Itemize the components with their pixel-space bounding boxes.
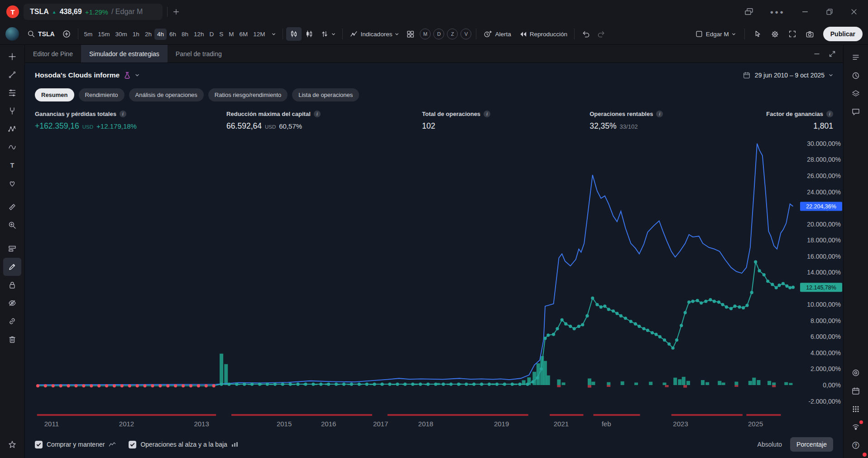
apps-button[interactable] (847, 400, 865, 418)
expand-panel-button[interactable] (829, 50, 836, 58)
timeframe-30m[interactable]: 30m (113, 29, 130, 40)
alerts-panel-button[interactable] (847, 67, 865, 85)
hide-drawings-button[interactable] (3, 294, 21, 312)
chart-tab[interactable]: TSLA ▲ 438,69 +1.29% / Edgar M (24, 4, 163, 20)
settings-button[interactable] (767, 27, 783, 41)
timeframe-1h[interactable]: 1h (130, 29, 142, 40)
timeframe-6h[interactable]: 6h (167, 29, 179, 40)
report-tab-lista[interactable]: Lista de operaciones (292, 88, 359, 101)
tradingview-logo[interactable]: T (6, 5, 19, 18)
fib-retracement-tool-button[interactable] (3, 84, 21, 102)
chart-style-menu-button[interactable] (317, 27, 339, 41)
timeframe-4h[interactable]: 4h (154, 29, 167, 40)
tab-strategy-tester[interactable]: Simulador de estrategias (81, 45, 168, 63)
report-tab-resumen[interactable]: Resumen (35, 88, 74, 101)
layout-preset-m-button[interactable]: M (420, 29, 431, 39)
info-icon[interactable]: i (120, 111, 126, 117)
publish-button[interactable]: Publicar (823, 27, 863, 41)
undo-button[interactable] (578, 27, 594, 41)
tab-trading-panel[interactable]: Panel de trading (168, 45, 230, 63)
add-symbol-button[interactable] (58, 27, 75, 41)
report-tab-analisis[interactable]: Análisis de operaciones (129, 88, 204, 101)
percent-mode-button[interactable]: Porcentaje (790, 437, 833, 452)
layout-preset-d-button[interactable]: D (433, 29, 444, 39)
layout-grid-button[interactable] (403, 27, 418, 41)
measure-tool-button[interactable] (3, 198, 21, 216)
info-icon[interactable]: i (826, 111, 833, 117)
trendline-tool-button[interactable] (3, 66, 21, 84)
wave-tool-button[interactable] (3, 138, 21, 156)
notification-dot (863, 453, 867, 457)
fullscreen-button[interactable] (785, 27, 800, 41)
window-menu-dots[interactable]: ●●● (770, 9, 785, 15)
watchlist-button[interactable] (847, 48, 865, 67)
timeframe-menu-button[interactable] (268, 29, 279, 39)
buy-hold-label: Comprar y mantener (47, 441, 105, 448)
brush-tool-button[interactable] (3, 258, 21, 276)
timeframe-D[interactable]: D (207, 29, 217, 40)
timeframe-2h[interactable]: 2h (142, 29, 154, 40)
timeframe-M[interactable]: M (226, 29, 236, 40)
info-icon[interactable]: i (484, 111, 490, 117)
report-tab-ratios[interactable]: Ratios riesgo/rendimiento (208, 88, 288, 101)
new-tab-button[interactable] (172, 8, 180, 16)
replay-button[interactable]: Reproducción (515, 27, 571, 41)
top-toolbar: TSLA 5m 15m 30m 1h 2h 4h 6h 8h 12h D S M… (0, 24, 868, 45)
metric-sub: 60,57% (279, 122, 302, 130)
screens-icon[interactable] (744, 7, 753, 16)
tab-pine-editor[interactable]: Editor de Pine (25, 45, 81, 63)
equity-chart-svg[interactable]: 201120122013201520162017201820192021feb2… (25, 132, 843, 431)
calendar-panel-button[interactable] (847, 382, 865, 400)
pattern-tool-button[interactable] (3, 120, 21, 138)
quick-actions-button[interactable] (750, 27, 765, 41)
remove-drawings-button[interactable] (3, 330, 21, 348)
metric-unit: USD (82, 124, 93, 130)
help-button[interactable]: ? (847, 436, 865, 454)
snapshot-button[interactable] (802, 27, 818, 41)
chart-type-candles-button[interactable] (286, 27, 302, 41)
minimize-window-icon[interactable] (801, 8, 809, 16)
link-drawings-button[interactable] (3, 312, 21, 330)
timeframe-12h[interactable]: 12h (191, 29, 207, 40)
chart-type-alt-button[interactable] (302, 27, 317, 41)
timeframe-S[interactable]: S (216, 29, 226, 40)
report-tab-rendimiento[interactable]: Rendimiento (79, 88, 125, 101)
info-icon[interactable]: i (656, 111, 663, 117)
layout-preset-z-button[interactable]: Z (447, 29, 458, 39)
zoom-in-tool-button[interactable] (3, 216, 21, 234)
timeframe-5m[interactable]: 5m (82, 29, 96, 40)
timeframe-15m[interactable]: 15m (95, 29, 112, 40)
position-tool-button[interactable] (3, 240, 21, 258)
timeframe-8h[interactable]: 8h (179, 29, 191, 40)
chat-panel-button[interactable] (847, 103, 865, 121)
alert-button[interactable]: Alerta (480, 27, 514, 41)
date-range-selector[interactable]: 29 jun 2010 – 9 oct 2025 (743, 71, 833, 79)
metric-net-profit: Ganancias y pérdidas totalesi +162.359,1… (35, 111, 226, 131)
minimize-panel-button[interactable] (813, 50, 820, 58)
symbol-search-button[interactable]: TSLA (24, 27, 58, 41)
absolute-mode-button[interactable]: Absoluto (758, 441, 782, 448)
timeframe-12M[interactable]: 12M (250, 29, 268, 40)
crosshair-tool-button[interactable] (3, 48, 21, 66)
equity-chart[interactable]: 201120122013201520162017201820192021feb2… (25, 132, 843, 431)
emoji-tool-button[interactable] (3, 174, 21, 193)
restore-window-icon[interactable] (825, 8, 834, 16)
account-avatar[interactable] (5, 27, 19, 41)
long-short-checkbox[interactable] (129, 441, 136, 448)
indicators-button[interactable]: Indicadores (346, 27, 403, 41)
strategy-selector[interactable]: Hosoda's Clouds informe (35, 71, 139, 79)
buy-hold-checkbox[interactable] (35, 441, 43, 448)
streams-button[interactable] (847, 418, 865, 436)
timeframe-6M[interactable]: 6M (237, 29, 251, 40)
layout-preset-v-button[interactable]: V (460, 29, 471, 39)
info-icon[interactable]: i (314, 111, 321, 117)
favorites-button[interactable] (3, 435, 21, 453)
layers-panel-button[interactable] (847, 85, 865, 103)
advisor-button[interactable] (847, 364, 865, 382)
pitchfork-tool-button[interactable] (3, 102, 21, 120)
close-window-icon[interactable] (850, 8, 858, 16)
text-tool-button[interactable]: T (3, 156, 21, 174)
lock-drawings-button[interactable] (3, 276, 21, 294)
redo-button[interactable] (594, 27, 609, 41)
active-layout-button[interactable]: Edgar M (691, 27, 739, 41)
